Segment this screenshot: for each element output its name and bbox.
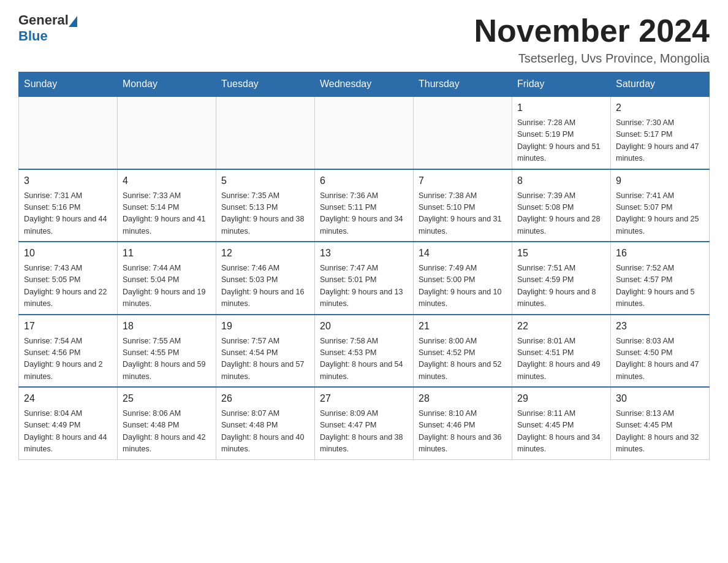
day-info: Sunrise: 7:49 AMSunset: 5:00 PMDaylight:… bbox=[419, 262, 507, 310]
header-tuesday: Tuesday bbox=[216, 72, 315, 97]
day-info: Sunrise: 7:58 AMSunset: 4:53 PMDaylight:… bbox=[320, 335, 408, 383]
day-number: 8 bbox=[517, 174, 605, 188]
day-info: Sunrise: 8:00 AMSunset: 4:52 PMDaylight:… bbox=[419, 335, 507, 383]
calendar-cell-w1-d3 bbox=[216, 96, 315, 169]
calendar-cell-w4-d5: 21Sunrise: 8:00 AMSunset: 4:52 PMDayligh… bbox=[414, 315, 512, 388]
calendar-cell-w5-d7: 30Sunrise: 8:13 AMSunset: 4:45 PMDayligh… bbox=[611, 387, 710, 459]
calendar-cell-w1-d5 bbox=[414, 96, 512, 169]
header-monday: Monday bbox=[118, 72, 216, 97]
calendar-week-5: 24Sunrise: 8:04 AMSunset: 4:49 PMDayligh… bbox=[19, 387, 710, 459]
header-saturday: Saturday bbox=[611, 72, 710, 97]
calendar-cell-w3-d1: 10Sunrise: 7:43 AMSunset: 5:05 PMDayligh… bbox=[19, 242, 118, 315]
calendar-cell-w3-d3: 12Sunrise: 7:46 AMSunset: 5:03 PMDayligh… bbox=[216, 242, 315, 315]
day-info: Sunrise: 8:13 AMSunset: 4:45 PMDaylight:… bbox=[616, 408, 704, 456]
day-info: Sunrise: 7:38 AMSunset: 5:10 PMDaylight:… bbox=[419, 190, 507, 238]
day-info: Sunrise: 7:51 AMSunset: 4:59 PMDaylight:… bbox=[517, 262, 605, 310]
day-number: 22 bbox=[517, 319, 605, 334]
day-info: Sunrise: 7:43 AMSunset: 5:05 PMDaylight:… bbox=[24, 262, 112, 310]
calendar-week-4: 17Sunrise: 7:54 AMSunset: 4:56 PMDayligh… bbox=[19, 315, 710, 388]
calendar-week-1: 1Sunrise: 7:28 AMSunset: 5:19 PMDaylight… bbox=[19, 96, 710, 169]
day-number: 29 bbox=[517, 391, 605, 406]
day-info: Sunrise: 7:30 AMSunset: 5:17 PMDaylight:… bbox=[616, 117, 704, 165]
calendar-title: November 2024 bbox=[474, 12, 710, 49]
day-number: 19 bbox=[221, 319, 309, 334]
calendar-cell-w1-d7: 2Sunrise: 7:30 AMSunset: 5:17 PMDaylight… bbox=[611, 96, 710, 169]
calendar-cell-w3-d5: 14Sunrise: 7:49 AMSunset: 5:00 PMDayligh… bbox=[414, 242, 512, 315]
day-number: 27 bbox=[320, 391, 408, 406]
day-number: 9 bbox=[616, 174, 704, 188]
calendar-cell-w4-d3: 19Sunrise: 7:57 AMSunset: 4:54 PMDayligh… bbox=[216, 315, 315, 388]
calendar-cell-w4-d7: 23Sunrise: 8:03 AMSunset: 4:50 PMDayligh… bbox=[611, 315, 710, 388]
day-info: Sunrise: 8:09 AMSunset: 4:47 PMDaylight:… bbox=[320, 408, 408, 456]
calendar-cell-w3-d2: 11Sunrise: 7:44 AMSunset: 5:04 PMDayligh… bbox=[118, 242, 216, 315]
title-block: November 2024 Tsetserleg, Uvs Province, … bbox=[474, 12, 710, 66]
calendar-cell-w5-d6: 29Sunrise: 8:11 AMSunset: 4:45 PMDayligh… bbox=[512, 387, 611, 459]
header-thursday: Thursday bbox=[414, 72, 512, 97]
calendar-table: SundayMondayTuesdayWednesdayThursdayFrid… bbox=[18, 72, 710, 460]
calendar-cell-w5-d2: 25Sunrise: 8:06 AMSunset: 4:48 PMDayligh… bbox=[118, 387, 216, 459]
day-info: Sunrise: 8:06 AMSunset: 4:48 PMDaylight:… bbox=[123, 408, 211, 456]
calendar-cell-w4-d2: 18Sunrise: 7:55 AMSunset: 4:55 PMDayligh… bbox=[118, 315, 216, 388]
day-number: 13 bbox=[320, 246, 408, 261]
calendar-cell-w1-d4 bbox=[315, 96, 414, 169]
day-info: Sunrise: 7:57 AMSunset: 4:54 PMDaylight:… bbox=[221, 335, 309, 383]
page-header: General Blue November 2024 Tsetserleg, U… bbox=[18, 12, 710, 66]
day-number: 10 bbox=[24, 246, 112, 261]
day-number: 5 bbox=[221, 174, 309, 188]
calendar-cell-w2-d6: 8Sunrise: 7:39 AMSunset: 5:08 PMDaylight… bbox=[512, 169, 611, 242]
day-number: 11 bbox=[123, 246, 211, 261]
calendar-cell-w3-d4: 13Sunrise: 7:47 AMSunset: 5:01 PMDayligh… bbox=[315, 242, 414, 315]
day-info: Sunrise: 7:46 AMSunset: 5:03 PMDaylight:… bbox=[221, 262, 309, 310]
calendar-cell-w5-d5: 28Sunrise: 8:10 AMSunset: 4:46 PMDayligh… bbox=[414, 387, 512, 459]
day-number: 30 bbox=[616, 391, 704, 406]
calendar-week-3: 10Sunrise: 7:43 AMSunset: 5:05 PMDayligh… bbox=[19, 242, 710, 315]
calendar-cell-w2-d1: 3Sunrise: 7:31 AMSunset: 5:16 PMDaylight… bbox=[19, 169, 118, 242]
logo[interactable]: General Blue bbox=[18, 12, 77, 44]
day-info: Sunrise: 7:33 AMSunset: 5:14 PMDaylight:… bbox=[123, 190, 211, 238]
day-number: 26 bbox=[221, 391, 309, 406]
day-number: 1 bbox=[517, 101, 605, 115]
day-info: Sunrise: 8:11 AMSunset: 4:45 PMDaylight:… bbox=[517, 408, 605, 456]
calendar-cell-w2-d5: 7Sunrise: 7:38 AMSunset: 5:10 PMDaylight… bbox=[414, 169, 512, 242]
day-info: Sunrise: 7:41 AMSunset: 5:07 PMDaylight:… bbox=[616, 190, 704, 238]
calendar-cell-w3-d6: 15Sunrise: 7:51 AMSunset: 4:59 PMDayligh… bbox=[512, 242, 611, 315]
day-number: 4 bbox=[123, 174, 211, 188]
calendar-cell-w5-d1: 24Sunrise: 8:04 AMSunset: 4:49 PMDayligh… bbox=[19, 387, 118, 459]
day-info: Sunrise: 7:39 AMSunset: 5:08 PMDaylight:… bbox=[517, 190, 605, 238]
calendar-cell-w1-d2 bbox=[118, 96, 216, 169]
logo-text-general: General bbox=[18, 12, 69, 28]
day-number: 6 bbox=[320, 174, 408, 188]
day-info: Sunrise: 7:31 AMSunset: 5:16 PMDaylight:… bbox=[24, 190, 112, 238]
day-info: Sunrise: 7:52 AMSunset: 4:57 PMDaylight:… bbox=[616, 262, 704, 310]
day-info: Sunrise: 8:03 AMSunset: 4:50 PMDaylight:… bbox=[616, 335, 704, 383]
calendar-cell-w4-d6: 22Sunrise: 8:01 AMSunset: 4:51 PMDayligh… bbox=[512, 315, 611, 388]
header-sunday: Sunday bbox=[19, 72, 118, 97]
calendar-cell-w3-d7: 16Sunrise: 7:52 AMSunset: 4:57 PMDayligh… bbox=[611, 242, 710, 315]
day-info: Sunrise: 7:36 AMSunset: 5:11 PMDaylight:… bbox=[320, 190, 408, 238]
day-number: 21 bbox=[419, 319, 507, 334]
day-number: 2 bbox=[616, 101, 704, 115]
calendar-cell-w1-d1 bbox=[19, 96, 118, 169]
day-info: Sunrise: 7:44 AMSunset: 5:04 PMDaylight:… bbox=[123, 262, 211, 310]
calendar-cell-w5-d3: 26Sunrise: 8:07 AMSunset: 4:48 PMDayligh… bbox=[216, 387, 315, 459]
calendar-cell-w2-d2: 4Sunrise: 7:33 AMSunset: 5:14 PMDaylight… bbox=[118, 169, 216, 242]
day-number: 28 bbox=[419, 391, 507, 406]
day-number: 14 bbox=[419, 246, 507, 261]
day-info: Sunrise: 8:04 AMSunset: 4:49 PMDaylight:… bbox=[24, 408, 112, 456]
logo-text-blue: Blue bbox=[18, 28, 48, 44]
calendar-subtitle: Tsetserleg, Uvs Province, Mongolia bbox=[474, 52, 710, 66]
calendar-cell-w5-d4: 27Sunrise: 8:09 AMSunset: 4:47 PMDayligh… bbox=[315, 387, 414, 459]
day-number: 12 bbox=[221, 246, 309, 261]
day-info: Sunrise: 7:28 AMSunset: 5:19 PMDaylight:… bbox=[517, 117, 605, 165]
calendar-cell-w4-d4: 20Sunrise: 7:58 AMSunset: 4:53 PMDayligh… bbox=[315, 315, 414, 388]
day-info: Sunrise: 8:01 AMSunset: 4:51 PMDaylight:… bbox=[517, 335, 605, 383]
day-info: Sunrise: 7:47 AMSunset: 5:01 PMDaylight:… bbox=[320, 262, 408, 310]
day-number: 7 bbox=[419, 174, 507, 188]
calendar-cell-w4-d1: 17Sunrise: 7:54 AMSunset: 4:56 PMDayligh… bbox=[19, 315, 118, 388]
day-info: Sunrise: 7:54 AMSunset: 4:56 PMDaylight:… bbox=[24, 335, 112, 383]
calendar-cell-w2-d7: 9Sunrise: 7:41 AMSunset: 5:07 PMDaylight… bbox=[611, 169, 710, 242]
day-number: 18 bbox=[123, 319, 211, 334]
day-number: 15 bbox=[517, 246, 605, 261]
day-info: Sunrise: 7:55 AMSunset: 4:55 PMDaylight:… bbox=[123, 335, 211, 383]
day-number: 20 bbox=[320, 319, 408, 334]
